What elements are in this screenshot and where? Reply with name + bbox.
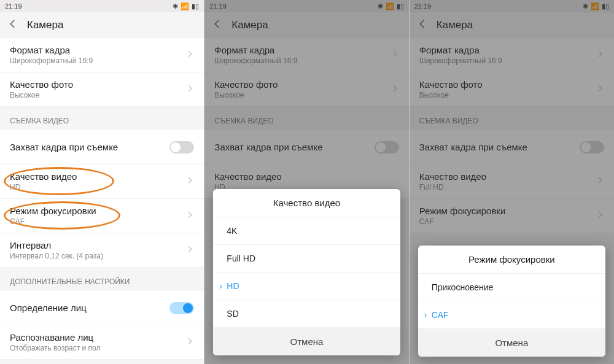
row-sublabel: Интервал 0,12 сек. (4 раза) — [10, 252, 103, 260]
modal-cancel-button[interactable]: Отмена — [418, 329, 605, 357]
row-label: Качество видео — [10, 171, 77, 182]
row-interval[interactable]: Интервал Интервал 0,12 сек. (4 раза) — [0, 233, 204, 268]
row-photo-quality[interactable]: Качество фото Высокое — [0, 72, 204, 107]
row-focus-mode[interactable]: Режим фокусировки CAF — [0, 199, 204, 233]
chevron-right-icon — [185, 337, 194, 348]
panel-3: 21:19 ✱ 📶 ▮▯ Камера Формат кадраШирокофо… — [410, 0, 614, 364]
option-full-hd[interactable]: Full HD — [213, 245, 400, 273]
back-button[interactable] — [7, 18, 18, 32]
row-frame-format[interactable]: Формат кадра Широкоформатный 16:9 — [0, 38, 204, 72]
chevron-right-icon — [185, 176, 194, 187]
toggle-capture[interactable] — [169, 141, 194, 153]
battery-icon: ▮▯ — [192, 2, 199, 10]
modal-focus-mode: Режим фокусировки Прикосновение CAF Отме… — [418, 246, 605, 357]
row-sublabel: Отображать возраст и пол — [10, 344, 101, 352]
panel-1: 21:19 ✱ 📶 ▮▯ Камера Формат кадра Широкоф… — [0, 0, 204, 364]
option-4k[interactable]: 4K — [213, 217, 400, 245]
panel-2: 21:19 ✱ 📶 ▮▯ Камера Формат кадраШирокофо… — [204, 0, 409, 364]
section-header-extra: ДОПОЛНИТЕЛЬНЫЕ НАСТРОЙКИ — [0, 268, 204, 291]
titlebar: Камера — [0, 12, 204, 38]
modal-title: Качество видео — [213, 189, 400, 217]
chevron-right-icon — [185, 84, 194, 95]
chevron-right-icon — [185, 50, 194, 61]
modal-video-quality: Качество видео 4K Full HD HD SD Отмена — [213, 189, 400, 355]
chevron-right-icon — [185, 211, 194, 222]
row-sublabel: CAF — [10, 217, 96, 226]
row-capture-frame[interactable]: Захват кадра при съемке — [0, 130, 204, 165]
option-sd[interactable]: SD — [213, 300, 400, 328]
bluetooth-icon: ✱ — [173, 2, 178, 10]
chevron-right-icon — [185, 245, 194, 256]
row-label: Интервал — [10, 240, 103, 250]
modal-cancel-button[interactable]: Отмена — [213, 328, 400, 355]
row-sublabel: HD — [10, 183, 77, 192]
option-hd[interactable]: HD — [213, 273, 400, 300]
row-label: Качество фото — [10, 79, 73, 90]
row-face-detection[interactable]: Определение лиц — [0, 291, 204, 325]
row-sublabel: Широкоформатный 16:9 — [10, 56, 93, 65]
status-bar: 21:19 ✱ 📶 ▮▯ — [0, 0, 204, 12]
option-touch[interactable]: Прикосновение — [418, 274, 605, 301]
section-header-video: СЪЕМКА ВИДЕО — [0, 107, 204, 130]
signal-icon: 📶 — [181, 2, 189, 10]
option-caf[interactable]: CAF — [418, 301, 605, 329]
page-title: Камера — [27, 19, 63, 31]
status-time: 21:19 — [5, 2, 22, 10]
row-label: Распознавание лиц — [10, 332, 101, 343]
modal-title: Режим фокусировки — [418, 246, 605, 274]
row-video-quality[interactable]: Качество видео HD — [0, 165, 204, 199]
row-sublabel: Высокое — [10, 91, 73, 99]
row-face-recognition[interactable]: Распознавание лиц Отображать возраст и п… — [0, 325, 204, 360]
row-label: Определение лиц — [10, 303, 87, 313]
row-label: Захват кадра при съемке — [10, 142, 118, 152]
toggle-face-detection[interactable] — [169, 302, 194, 314]
row-label: Режим фокусировки — [10, 206, 96, 216]
row-label: Формат кадра — [10, 45, 93, 55]
